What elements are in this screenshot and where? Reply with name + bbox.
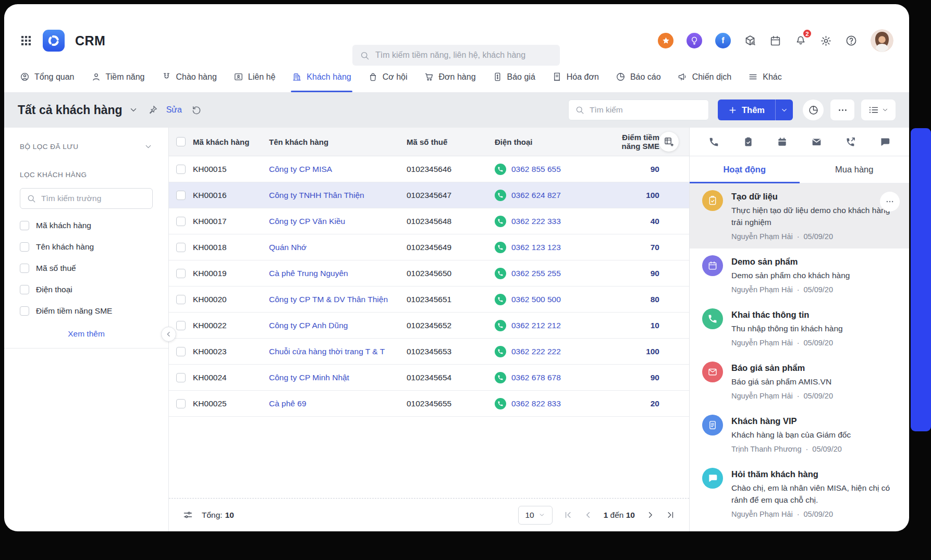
help-icon[interactable]	[845, 34, 858, 47]
nav-tab[interactable]: Khách hàng	[292, 61, 351, 92]
table-row[interactable]: KH00022Công ty CP Anh Dũng01023456520362…	[169, 313, 689, 339]
phone-number[interactable]: 0362 624 827	[511, 191, 561, 200]
filter-checkbox[interactable]	[20, 242, 29, 252]
more-actions-button[interactable]	[830, 99, 854, 120]
call-icon[interactable]	[495, 398, 506, 409]
nav-tab[interactable]: Cơ hội	[368, 61, 408, 92]
row-checkbox[interactable]	[176, 217, 186, 226]
phone-number[interactable]: 0362 123 123	[511, 243, 561, 252]
row-checkbox[interactable]	[176, 373, 186, 382]
nav-tab[interactable]: Hóa đơn	[552, 61, 599, 92]
call-icon[interactable]	[495, 164, 506, 175]
filter-field-row[interactable]: Mã khách hàng	[20, 221, 153, 230]
nav-tab[interactable]: Liên hệ	[234, 61, 276, 92]
view-mode-button[interactable]	[861, 99, 896, 120]
field-search-input[interactable]: Tìm kiếm trường	[20, 188, 153, 209]
nav-tab[interactable]: Báo cáo	[616, 61, 661, 92]
column-header[interactable]: Tên khách hàng	[269, 138, 407, 146]
mail-solid-icon[interactable]	[811, 136, 822, 147]
customer-name-link[interactable]: Quán Nhớ	[269, 243, 407, 252]
nav-tab[interactable]: Báo giá	[493, 61, 535, 92]
row-checkbox[interactable]	[176, 269, 186, 278]
calendar-solid-icon[interactable]	[777, 136, 788, 147]
column-header[interactable]: Điểm tiềm năng SME	[620, 133, 689, 151]
phone-number[interactable]: 0362 222 222	[511, 347, 561, 356]
user-avatar[interactable]	[871, 29, 893, 52]
phone-number[interactable]: 0362 255 255	[511, 269, 561, 278]
table-row[interactable]: KH00015Công ty CP MISA01023456460362 855…	[169, 156, 689, 182]
filter-field-row[interactable]: Điện thoại	[20, 285, 153, 294]
table-row[interactable]: KH00018Quán Nhớ01023456490362 123 12370	[169, 234, 689, 260]
call-icon[interactable]	[495, 372, 506, 383]
customer-name-link[interactable]: Cà phê 69	[269, 399, 407, 408]
footer-filter-icon[interactable]	[182, 509, 193, 520]
row-checkbox[interactable]	[176, 321, 186, 330]
nav-tab[interactable]: Chào hàng	[162, 61, 217, 92]
phone-number[interactable]: 0362 222 333	[511, 217, 561, 226]
activity-more-button[interactable]	[880, 192, 900, 211]
filter-checkbox[interactable]	[20, 221, 29, 230]
activity-item[interactable]: Tạo dữ liệuThực hiện tạo dữ liệu demo ch…	[690, 183, 909, 248]
phone-solid-icon[interactable]	[708, 136, 719, 147]
row-checkbox[interactable]	[176, 165, 186, 174]
phone-out-icon[interactable]	[845, 136, 856, 147]
filter-field-row[interactable]: Điểm tiềm năng SME	[20, 306, 153, 316]
row-checkbox[interactable]	[176, 243, 186, 252]
phone-number[interactable]: 0362 212 212	[511, 321, 561, 330]
nav-tab[interactable]: Đơn hàng	[424, 61, 476, 92]
customer-name-link[interactable]: Công ty TNHH Thân Thiện	[269, 191, 407, 200]
filter-checkbox[interactable]	[20, 306, 29, 316]
table-row[interactable]: KH00017Công ty CP Văn Kiều01023456480362…	[169, 208, 689, 234]
customer-name-link[interactable]: Công ty CP Văn Kiều	[269, 217, 407, 226]
first-page-button[interactable]	[563, 510, 573, 520]
prev-page-button[interactable]	[583, 510, 593, 520]
call-icon[interactable]	[495, 346, 506, 357]
app-launcher-icon[interactable]	[20, 34, 32, 47]
customer-name-link[interactable]: Công ty CP TM & DV Thân Thiện	[269, 295, 407, 304]
table-row[interactable]: KH00024Công ty CP Minh Nhật0102345654036…	[169, 365, 689, 391]
nav-tab[interactable]: Chiến dịch	[678, 61, 732, 92]
table-row[interactable]: KH00025Cà phê 6901023456550362 822 83320	[169, 391, 689, 417]
table-row[interactable]: KH00023Chuỗi cửa hàng thời trang T & T01…	[169, 339, 689, 365]
activity-item[interactable]: Đi tuyển thêm hình ảnh	[690, 526, 909, 531]
activity-item[interactable]: Báo giá sản phẩmBáo giá sản phẩm AMIS.VN…	[690, 355, 909, 408]
column-header[interactable]: Mã khách hàng	[193, 138, 269, 146]
phone-number[interactable]: 0362 822 833	[511, 399, 561, 408]
report-shortcut-button[interactable]	[803, 99, 824, 120]
call-icon[interactable]	[495, 216, 506, 227]
facebook-icon[interactable]: f	[715, 33, 731, 48]
view-switcher-chevron-icon[interactable]	[129, 105, 138, 115]
customer-name-link[interactable]: Công ty CP Anh Dũng	[269, 321, 407, 330]
add-dropdown-caret[interactable]	[775, 99, 793, 120]
list-search-input[interactable]: Tìm kiếm	[568, 99, 709, 120]
filter-field-row[interactable]: Mã số thuế	[20, 264, 153, 273]
pin-icon[interactable]	[148, 105, 158, 115]
assistant-icon[interactable]	[687, 33, 702, 48]
call-icon[interactable]	[495, 242, 506, 253]
customer-name-link[interactable]: Công ty CP MISA	[269, 165, 407, 174]
activity-item[interactable]: Hỏi thăm khách hàngChào chị, em là nhân …	[690, 461, 909, 526]
saved-filters-section[interactable]: BỘ LỌC ĐÃ LƯU	[20, 142, 153, 151]
customer-name-link[interactable]: Cà phê Trung Nguyên	[269, 269, 407, 278]
refresh-icon[interactable]	[191, 105, 202, 115]
gear-icon[interactable]	[820, 35, 832, 47]
table-row[interactable]: KH00016Công ty TNHH Thân Thiện0102345647…	[169, 182, 689, 208]
row-checkbox[interactable]	[176, 399, 186, 408]
add-button[interactable]: Thêm	[718, 99, 793, 120]
row-checkbox[interactable]	[176, 295, 186, 304]
rewards-icon[interactable]	[658, 33, 673, 48]
filter-checkbox[interactable]	[20, 285, 29, 294]
nav-tab[interactable]: Khác	[748, 61, 781, 92]
column-header[interactable]: Mã số thuế	[407, 138, 495, 146]
last-page-button[interactable]	[666, 510, 676, 520]
nav-tab[interactable]: Tổng quan	[20, 61, 75, 92]
nav-tab[interactable]: Tiềm năng	[91, 61, 145, 92]
customer-name-link[interactable]: Chuỗi cửa hàng thời trang T & T	[269, 347, 407, 356]
activity-item[interactable]: Khai thác thông tinThu nhập thông tin kh…	[690, 302, 909, 355]
row-checkbox[interactable]	[176, 347, 186, 356]
notifications-button[interactable]: 2	[794, 33, 807, 48]
customer-name-link[interactable]: Công ty CP Minh Nhật	[269, 373, 407, 382]
product-cube-icon[interactable]	[744, 34, 756, 47]
table-row[interactable]: KH00020Công ty CP TM & DV Thân Thiện0102…	[169, 287, 689, 313]
select-all-checkbox[interactable]	[176, 137, 186, 146]
